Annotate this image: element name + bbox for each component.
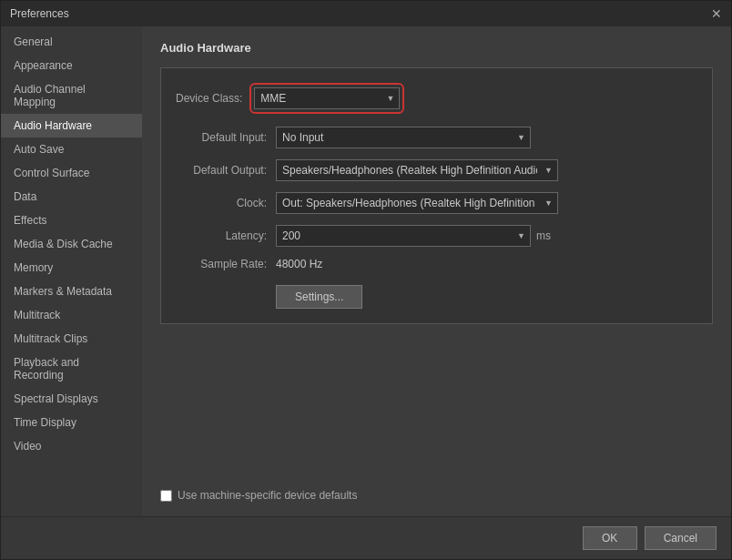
section-title: Audio Hardware	[160, 41, 713, 55]
latency-unit: ms	[536, 229, 551, 242]
sidebar-item-auto-save[interactable]: Auto Save	[1, 137, 142, 161]
sample-rate-value: 48000 Hz	[276, 258, 322, 270]
default-input-label: Default Input:	[176, 131, 276, 144]
device-class-row: Device Class: MME ASIO WDM-KS	[176, 83, 697, 114]
sidebar-item-memory[interactable]: Memory	[1, 256, 142, 280]
sidebar: GeneralAppearanceAudio Channel MappingAu…	[1, 26, 142, 516]
window-title: Preferences	[10, 7, 69, 20]
default-input-row: Default Input: No Input	[176, 127, 697, 148]
sample-rate-label: Sample Rate:	[176, 258, 276, 270]
sidebar-item-control-surface[interactable]: Control Surface	[1, 161, 142, 185]
sidebar-item-multitrack[interactable]: Multitrack	[1, 303, 142, 327]
clock-select-wrapper: Out: Speakers/Headphones (Realtek High D…	[276, 192, 558, 214]
sidebar-item-spectral-displays[interactable]: Spectral Displays	[1, 387, 142, 411]
sidebar-item-audio-channel-mapping[interactable]: Audio Channel Mapping	[1, 77, 142, 114]
latency-label: Latency:	[176, 229, 276, 242]
preferences-window: Preferences ✕ GeneralAppearanceAudio Cha…	[0, 0, 732, 560]
title-bar: Preferences ✕	[1, 1, 731, 26]
close-button[interactable]: ✕	[711, 6, 722, 21]
device-class-label: Device Class:	[176, 92, 249, 105]
cancel-button[interactable]: Cancel	[645, 526, 717, 550]
latency-select-wrapper: 200	[276, 225, 531, 247]
settings-button-row: Settings...	[176, 285, 697, 309]
sidebar-item-appearance[interactable]: Appearance	[1, 54, 142, 77]
default-input-select-wrapper: No Input	[276, 127, 531, 148]
spacer	[160, 335, 713, 474]
clock-select[interactable]: Out: Speakers/Headphones (Realtek High D…	[276, 192, 558, 214]
default-output-label: Default Output:	[176, 164, 276, 177]
clock-label: Clock:	[176, 197, 276, 209]
sample-rate-row: Sample Rate: 48000 Hz	[176, 258, 697, 270]
device-class-select[interactable]: MME ASIO WDM-KS	[254, 87, 400, 109]
device-class-wrapper: MME ASIO WDM-KS	[249, 83, 404, 114]
sidebar-item-time-display[interactable]: Time Display	[1, 411, 142, 434]
machine-defaults-label: Use machine-specific device defaults	[178, 489, 357, 502]
clock-row: Clock: Out: Speakers/Headphones (Realtek…	[176, 192, 697, 214]
sidebar-item-general[interactable]: General	[1, 30, 142, 54]
default-output-row: Default Output: Speakers/Headphones (Rea…	[176, 159, 697, 181]
sidebar-item-data[interactable]: Data	[1, 185, 142, 209]
checkbox-row: Use machine-specific device defaults	[160, 474, 713, 502]
device-class-select-wrapper: MME ASIO WDM-KS	[254, 87, 400, 109]
machine-defaults-checkbox[interactable]	[160, 490, 172, 502]
audio-hardware-panel: Device Class: MME ASIO WDM-KS Defaul	[160, 67, 713, 324]
sidebar-item-multitrack-clips[interactable]: Multitrack Clips	[1, 327, 142, 351]
main-panel: Audio Hardware Device Class: MME ASIO WD…	[142, 26, 731, 516]
latency-row: Latency: 200 ms	[176, 225, 697, 247]
default-input-select[interactable]: No Input	[276, 127, 531, 148]
default-output-select-wrapper: Speakers/Headphones (Realtek High Defini…	[276, 159, 558, 181]
sidebar-item-markers-metadata[interactable]: Markers & Metadata	[1, 280, 142, 303]
sidebar-item-audio-hardware[interactable]: Audio Hardware	[1, 114, 142, 137]
sidebar-item-media-disk-cache[interactable]: Media & Disk Cache	[1, 232, 142, 256]
content-area: GeneralAppearanceAudio Channel MappingAu…	[1, 26, 731, 516]
sidebar-item-playback-recording[interactable]: Playback and Recording	[1, 351, 142, 387]
sidebar-item-effects[interactable]: Effects	[1, 209, 142, 232]
settings-button[interactable]: Settings...	[276, 285, 362, 309]
sidebar-item-video[interactable]: Video	[1, 434, 142, 458]
latency-select[interactable]: 200	[276, 225, 531, 247]
ok-button[interactable]: OK	[583, 526, 637, 550]
default-output-select[interactable]: Speakers/Headphones (Realtek High Defini…	[276, 159, 558, 181]
footer: OK Cancel	[1, 516, 731, 559]
